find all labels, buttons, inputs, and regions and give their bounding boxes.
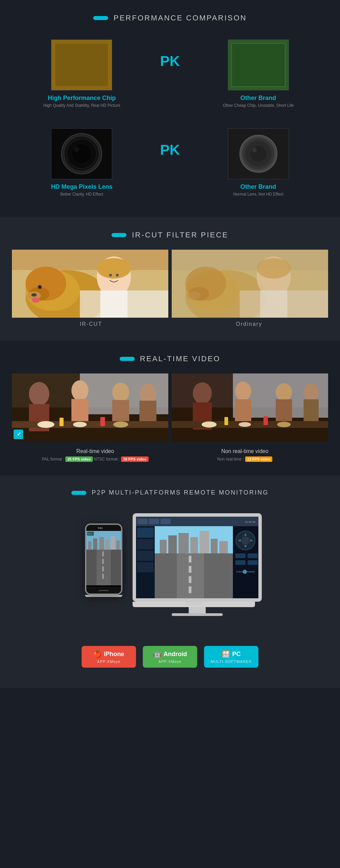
svg-point-28	[250, 145, 267, 162]
svg-point-29	[252, 148, 257, 152]
performance-header: PERFORMANCE COMPARISON	[0, 0, 340, 33]
iphone-sublabel: APP:XMeye	[97, 660, 120, 664]
fps-30-badge: 30 FPS video	[121, 456, 148, 462]
fps-12-badge: 12 FPS video	[245, 456, 272, 462]
realtime-left-desc: PAL format : 25 FPS video NTSC format : …	[20, 456, 170, 462]
svg-rect-58	[172, 250, 328, 318]
ircut-left-label-container: IR-CUT	[12, 321, 170, 327]
ircut-images-container	[0, 250, 340, 318]
ircut-title: IR-CUT FILTER PIECE	[132, 231, 228, 239]
android-app-button[interactable]: 🤖 Android APP:XMeye	[143, 646, 197, 668]
svg-rect-75	[100, 417, 105, 426]
realtime-left-image: ✓	[12, 373, 168, 441]
svg-point-40	[39, 286, 41, 288]
svg-rect-114	[219, 541, 228, 553]
p2p-badge	[71, 491, 86, 495]
svg-text:✓: ✓	[17, 431, 21, 437]
performance-title: PERFORMANCE COMPARISON	[114, 14, 247, 22]
ircut-labels-row: IR-CUT Ordinary	[0, 321, 340, 327]
right-chip-image: SENSOR	[228, 39, 289, 90]
realtime-left-title: Real-time video	[20, 448, 170, 454]
board-sim-left: CHIP	[51, 40, 112, 90]
svg-rect-113	[211, 539, 218, 553]
realtime-right-image	[172, 373, 328, 441]
svg-rect-129	[248, 553, 258, 558]
svg-point-43	[97, 258, 131, 279]
fps-25-badge: 25 FPS video	[65, 456, 92, 462]
phone-bottom	[85, 595, 122, 597]
right-chip-desc: Other Cheap Chip, Unstable, Short Life	[223, 103, 294, 108]
svg-rect-117	[189, 556, 191, 563]
left-lens-block: HD Mega Pixels Lens Better Clarity, HD E…	[14, 125, 150, 200]
realtime-badge	[120, 357, 135, 361]
pc-app-button[interactable]: 🪟 PC MULTI-SOFTWARES	[204, 646, 258, 668]
right-lens-desc: Normal Lens, Not HD Effect	[233, 192, 284, 197]
imac-container: 12:34:46	[133, 513, 262, 616]
svg-point-81	[193, 382, 212, 404]
svg-point-83	[235, 382, 251, 401]
svg-rect-146	[102, 566, 104, 571]
nonrealtime-label: Non real-time :	[217, 457, 245, 462]
svg-rect-111	[190, 537, 198, 553]
svg-rect-93	[224, 417, 228, 425]
realtime-left-info: Real-time video PAL format : 25 FPS vide…	[20, 448, 170, 462]
svg-rect-104	[137, 551, 154, 561]
ircut-badge	[112, 233, 126, 237]
phone-frame: 9:41	[85, 523, 122, 595]
ircut-right-image	[172, 250, 328, 318]
svg-rect-98	[149, 519, 159, 524]
right-lens-label: Other Brand	[240, 183, 276, 190]
realtime-pal-label: PAL format :	[42, 457, 65, 462]
board-sim-right: SENSOR	[228, 40, 289, 90]
svg-rect-12	[249, 54, 268, 69]
android-btn-top: 🤖 Android	[153, 650, 187, 658]
realtime-right-title: Non real-time video	[170, 448, 320, 454]
svg-rect-130	[235, 560, 245, 565]
svg-rect-118	[189, 566, 191, 573]
svg-rect-131	[248, 560, 258, 565]
svg-rect-46	[80, 290, 168, 318]
svg-rect-138	[99, 537, 104, 550]
right-chip-block: SENSOR Other Brand Other Cheap Chip, Uns…	[190, 36, 326, 111]
chip-comparison-row: CHIP High Performance Chip High Quality …	[0, 33, 340, 115]
lens-sim-right	[228, 129, 289, 179]
phone-container: 9:41	[85, 523, 122, 597]
svg-rect-1	[56, 45, 107, 85]
lens-sim-left	[51, 129, 112, 179]
svg-point-45	[116, 274, 119, 277]
imac-chin	[133, 602, 255, 607]
svg-rect-139	[106, 539, 109, 550]
pk-badge-chips: PK	[150, 36, 190, 69]
svg-rect-110	[178, 533, 189, 553]
ircut-left-label: IR-CUT	[80, 317, 102, 327]
pc-label: PC	[232, 651, 241, 658]
iphone-label: iPhone	[104, 651, 124, 658]
android-label: Android	[164, 651, 187, 658]
right-lens-block: Other Brand Normal Lens, Not HD Effect	[190, 125, 326, 200]
ircut-right-label: Ordinary	[236, 317, 262, 327]
svg-rect-119	[189, 576, 191, 583]
svg-point-85	[276, 383, 292, 401]
video-info-container: Real-time video PAL format : 25 FPS vide…	[0, 441, 340, 462]
svg-rect-3	[70, 51, 94, 68]
svg-rect-74	[60, 418, 64, 426]
svg-point-87	[304, 383, 319, 401]
svg-point-91	[239, 422, 251, 427]
left-lens-image	[51, 128, 112, 179]
imac-stand-base	[172, 613, 223, 616]
left-chip-image: CHIP	[51, 39, 112, 90]
svg-rect-10	[233, 45, 284, 85]
iphone-app-button[interactable]: 🍎 iPhone APP:XMeye	[82, 646, 136, 668]
left-chip-desc: High Quality And Stability, Real HD Pict…	[43, 103, 120, 108]
lens-comparison-row: HD Mega Pixels Lens Better Clarity, HD E…	[0, 121, 340, 203]
svg-rect-137	[93, 538, 97, 550]
pc-btn-top: 🪟 PC	[222, 650, 241, 658]
svg-point-62	[29, 382, 49, 406]
svg-rect-136	[88, 541, 91, 550]
android-icon: 🤖	[153, 650, 162, 658]
realtime-section: REAL-TIME VIDEO	[0, 341, 340, 475]
svg-point-64	[71, 380, 88, 401]
svg-rect-2	[68, 50, 95, 70]
iphone-btn-top: 🍎 iPhone	[93, 650, 124, 658]
svg-point-37	[31, 293, 37, 297]
